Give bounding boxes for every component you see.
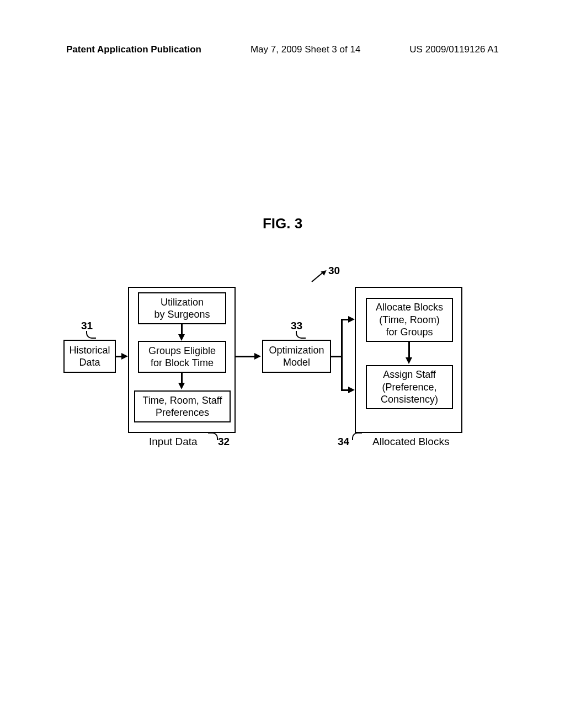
leader-30-head [321, 268, 328, 276]
arrow-alloc-assign-head [406, 357, 412, 364]
arrow-groups-time [181, 373, 183, 384]
arrow-alloc-assign [408, 342, 410, 358]
groups-eligible-text: Groups Eligible for Block Time [148, 345, 216, 370]
groups-eligible-box: Groups Eligible for Block Time [138, 341, 226, 373]
arrow-input-opt-head [254, 353, 261, 360]
ref-33: 33 [291, 320, 302, 332]
time-room-box: Time, Room, Staff Preferences [134, 390, 231, 422]
optimization-text: Optimization Model [269, 344, 324, 369]
header-publication: Patent Application Publication [66, 44, 201, 55]
arrow-groups-time-head [178, 383, 185, 389]
header-patent-number: US 2009/0119126 A1 [409, 44, 499, 55]
ref-31: 31 [81, 320, 93, 332]
input-data-label: Input Data [149, 436, 198, 448]
utilization-box: Utilization by Surgeons [138, 292, 226, 324]
ref-30: 30 [328, 265, 340, 277]
figure-title: FIG. 3 [263, 215, 302, 232]
header-date-sheet: May 7, 2009 Sheet 3 of 14 [250, 44, 360, 55]
arrow-util-groups-head [178, 334, 185, 341]
allocated-blocks-label: Allocated Blocks [372, 436, 449, 448]
ref-32: 32 [218, 436, 230, 448]
optimization-box: Optimization Model [262, 340, 331, 373]
utilization-text: Utilization by Surgeons [154, 296, 210, 321]
historical-data-text: Historical Data [69, 344, 110, 369]
time-room-text: Time, Room, Staff Preferences [142, 394, 222, 419]
historical-data-box: Historical Data [63, 340, 116, 373]
arrow-util-groups [181, 324, 183, 335]
allocate-blocks-text: Allocate Blocks (Time, Room) for Groups [376, 301, 443, 339]
arrow-opt-out-v [341, 319, 343, 390]
assign-staff-box: Assign Staff (Preference, Consistency) [366, 365, 453, 409]
arrow-hist-input-head [121, 353, 128, 360]
ref-34: 34 [338, 436, 349, 448]
hook-33 [296, 331, 306, 339]
hook-32 [208, 432, 218, 440]
diagram: 30 Historical Data 31 Utilization by Sur… [63, 270, 505, 458]
arrow-input-opt [236, 356, 255, 357]
arrow-opt-bot-head [348, 387, 355, 393]
arrow-opt-top-head [348, 316, 355, 323]
hook-31 [86, 331, 96, 339]
hook-34 [352, 432, 362, 440]
arrow-opt-out-h [331, 356, 342, 357]
allocate-blocks-box: Allocate Blocks (Time, Room) for Groups [366, 298, 453, 342]
assign-staff-text: Assign Staff (Preference, Consistency) [381, 368, 438, 406]
